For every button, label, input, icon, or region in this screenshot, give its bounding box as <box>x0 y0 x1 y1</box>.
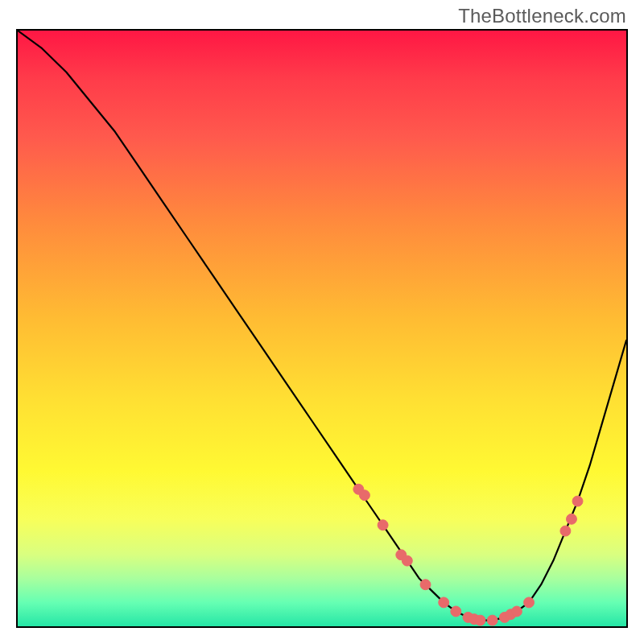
highlight-dot <box>511 606 522 617</box>
highlight-dot <box>560 526 571 536</box>
highlight-dot <box>566 514 576 524</box>
highlight-dot <box>378 520 388 530</box>
highlight-dot <box>572 496 583 506</box>
highlight-dot <box>475 615 485 625</box>
highlight-dot <box>487 615 497 625</box>
highlight-dot <box>402 555 412 566</box>
highlight-dot <box>524 597 535 608</box>
highlight-dot <box>439 597 449 608</box>
curve-svg <box>18 31 626 626</box>
plot-area <box>16 29 628 628</box>
highlight-dot <box>420 580 431 590</box>
chart-container: TheBottleneck.com <box>0 0 644 644</box>
highlight-dot <box>451 606 461 617</box>
highlight-dot <box>359 490 369 501</box>
watermark-text: TheBottleneck.com <box>458 5 626 27</box>
highlight-dots <box>353 484 583 625</box>
bottleneck-curve <box>18 31 626 621</box>
